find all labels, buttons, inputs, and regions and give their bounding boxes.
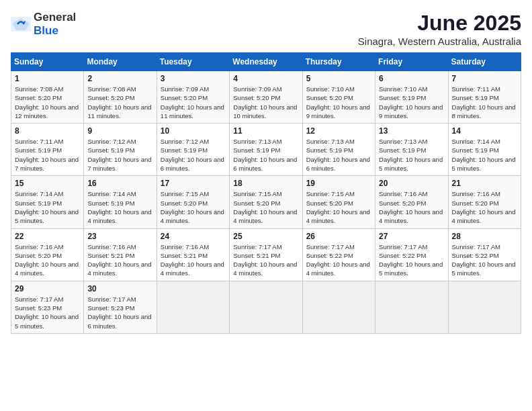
day-number: 11 xyxy=(233,126,298,136)
day-info: Sunrise: 7:11 AMSunset: 5:19 PMDaylight:… xyxy=(452,85,516,120)
col-sunday: Sunday xyxy=(11,53,84,71)
calendar-cell: 21 Sunrise: 7:16 AMSunset: 5:20 PMDaylig… xyxy=(448,176,521,228)
title-area: June 2025 Sinagra, Western Australia, Au… xyxy=(358,11,521,47)
calendar-cell: 14 Sunrise: 7:14 AMSunset: 5:19 PMDaylig… xyxy=(448,124,521,176)
day-number: 6 xyxy=(379,74,444,83)
day-number: 9 xyxy=(87,126,152,136)
calendar-cell xyxy=(302,281,375,333)
day-info: Sunrise: 7:14 AMSunset: 5:19 PMDaylight:… xyxy=(452,138,516,172)
calendar-cell: 17 Sunrise: 7:15 AMSunset: 5:20 PMDaylig… xyxy=(157,176,229,228)
day-info: Sunrise: 7:13 AMSunset: 5:19 PMDaylight:… xyxy=(233,138,297,172)
calendar-cell: 24 Sunrise: 7:16 AMSunset: 5:21 PMDaylig… xyxy=(157,228,229,281)
day-number: 28 xyxy=(452,232,517,241)
calendar-cell: 1 Sunrise: 7:08 AMSunset: 5:20 PMDayligh… xyxy=(11,71,84,124)
day-info: Sunrise: 7:13 AMSunset: 5:19 PMDaylight:… xyxy=(379,138,443,172)
day-number: 14 xyxy=(452,126,517,136)
calendar-cell: 29 Sunrise: 7:17 AMSunset: 5:23 PMDaylig… xyxy=(11,281,84,333)
logo: General Blue xyxy=(11,11,76,38)
day-info: Sunrise: 7:10 AMSunset: 5:20 PMDaylight:… xyxy=(306,85,370,120)
col-wednesday: Wednesday xyxy=(230,53,302,71)
day-number: 27 xyxy=(379,232,444,241)
day-info: Sunrise: 7:12 AMSunset: 5:19 PMDaylight:… xyxy=(87,138,151,172)
calendar-cell: 23 Sunrise: 7:16 AMSunset: 5:21 PMDaylig… xyxy=(84,228,157,281)
day-number: 8 xyxy=(15,126,80,136)
col-saturday: Saturday xyxy=(448,53,521,71)
calendar-cell xyxy=(157,281,229,333)
day-info: Sunrise: 7:14 AMSunset: 5:19 PMDaylight:… xyxy=(87,190,151,224)
calendar-cell: 4 Sunrise: 7:09 AMSunset: 5:20 PMDayligh… xyxy=(230,71,302,124)
calendar-cell: 13 Sunrise: 7:13 AMSunset: 5:19 PMDaylig… xyxy=(375,124,448,176)
calendar-cell: 16 Sunrise: 7:14 AMSunset: 5:19 PMDaylig… xyxy=(84,176,157,228)
calendar-cell: 30 Sunrise: 7:17 AMSunset: 5:23 PMDaylig… xyxy=(84,281,157,333)
calendar-cell: 9 Sunrise: 7:12 AMSunset: 5:19 PMDayligh… xyxy=(84,124,157,176)
calendar-week-2: 8 Sunrise: 7:11 AMSunset: 5:19 PMDayligh… xyxy=(11,124,521,176)
day-number: 29 xyxy=(15,284,80,293)
day-info: Sunrise: 7:13 AMSunset: 5:19 PMDaylight:… xyxy=(306,138,370,172)
calendar-week-1: 1 Sunrise: 7:08 AMSunset: 5:20 PMDayligh… xyxy=(11,71,521,124)
calendar-cell: 12 Sunrise: 7:13 AMSunset: 5:19 PMDaylig… xyxy=(302,124,375,176)
calendar-cell: 8 Sunrise: 7:11 AMSunset: 5:19 PMDayligh… xyxy=(11,124,84,176)
day-number: 12 xyxy=(306,126,371,136)
day-number: 26 xyxy=(306,232,371,241)
day-number: 5 xyxy=(306,74,371,83)
col-tuesday: Tuesday xyxy=(157,53,229,71)
calendar-cell: 27 Sunrise: 7:17 AMSunset: 5:22 PMDaylig… xyxy=(375,228,448,281)
day-number: 17 xyxy=(161,179,226,188)
calendar-cell: 6 Sunrise: 7:10 AMSunset: 5:19 PMDayligh… xyxy=(375,71,448,124)
calendar-week-5: 29 Sunrise: 7:17 AMSunset: 5:23 PMDaylig… xyxy=(11,281,521,333)
day-number: 19 xyxy=(306,179,371,188)
calendar-cell: 10 Sunrise: 7:12 AMSunset: 5:19 PMDaylig… xyxy=(157,124,229,176)
main-title: June 2025 xyxy=(358,11,521,36)
day-number: 24 xyxy=(161,232,226,241)
logo-general: General xyxy=(34,11,76,24)
calendar-cell: 28 Sunrise: 7:17 AMSunset: 5:22 PMDaylig… xyxy=(448,228,521,281)
day-info: Sunrise: 7:15 AMSunset: 5:20 PMDaylight:… xyxy=(161,190,224,224)
calendar-cell: 19 Sunrise: 7:15 AMSunset: 5:20 PMDaylig… xyxy=(302,176,375,228)
logo-icon xyxy=(11,17,31,32)
day-number: 1 xyxy=(15,74,80,83)
day-info: Sunrise: 7:12 AMSunset: 5:19 PMDaylight:… xyxy=(161,138,224,172)
calendar-cell: 3 Sunrise: 7:09 AMSunset: 5:20 PMDayligh… xyxy=(157,71,229,124)
calendar-cell: 7 Sunrise: 7:11 AMSunset: 5:19 PMDayligh… xyxy=(448,71,521,124)
calendar-cell: 15 Sunrise: 7:14 AMSunset: 5:19 PMDaylig… xyxy=(11,176,84,228)
day-info: Sunrise: 7:11 AMSunset: 5:19 PMDaylight:… xyxy=(15,138,79,172)
calendar-cell: 25 Sunrise: 7:17 AMSunset: 5:21 PMDaylig… xyxy=(230,228,302,281)
day-number: 25 xyxy=(233,232,298,241)
day-number: 30 xyxy=(87,284,152,293)
day-info: Sunrise: 7:17 AMSunset: 5:21 PMDaylight:… xyxy=(233,243,297,277)
day-number: 13 xyxy=(379,126,444,136)
logo-text: General Blue xyxy=(34,11,76,38)
day-info: Sunrise: 7:17 AMSunset: 5:22 PMDaylight:… xyxy=(306,243,370,277)
day-info: Sunrise: 7:09 AMSunset: 5:20 PMDaylight:… xyxy=(233,85,297,120)
col-monday: Monday xyxy=(84,53,157,71)
day-number: 15 xyxy=(15,179,80,188)
calendar-cell xyxy=(375,281,448,333)
day-info: Sunrise: 7:17 AMSunset: 5:22 PMDaylight:… xyxy=(452,243,516,277)
col-thursday: Thursday xyxy=(302,53,375,71)
day-number: 3 xyxy=(161,74,226,83)
day-info: Sunrise: 7:17 AMSunset: 5:23 PMDaylight:… xyxy=(15,295,79,330)
calendar-table: Sunday Monday Tuesday Wednesday Thursday… xyxy=(11,52,521,334)
calendar-week-3: 15 Sunrise: 7:14 AMSunset: 5:19 PMDaylig… xyxy=(11,176,521,228)
calendar-cell xyxy=(448,281,521,333)
calendar-cell: 2 Sunrise: 7:08 AMSunset: 5:20 PMDayligh… xyxy=(84,71,157,124)
day-info: Sunrise: 7:14 AMSunset: 5:19 PMDaylight:… xyxy=(15,190,79,224)
day-number: 21 xyxy=(452,179,517,188)
day-info: Sunrise: 7:15 AMSunset: 5:20 PMDaylight:… xyxy=(306,190,370,224)
calendar-cell: 22 Sunrise: 7:16 AMSunset: 5:20 PMDaylig… xyxy=(11,228,84,281)
calendar-cell: 5 Sunrise: 7:10 AMSunset: 5:20 PMDayligh… xyxy=(302,71,375,124)
day-number: 20 xyxy=(379,179,444,188)
day-info: Sunrise: 7:08 AMSunset: 5:20 PMDaylight:… xyxy=(15,85,79,120)
day-number: 16 xyxy=(87,179,152,188)
day-info: Sunrise: 7:16 AMSunset: 5:20 PMDaylight:… xyxy=(15,243,79,277)
day-number: 22 xyxy=(15,232,80,241)
day-info: Sunrise: 7:16 AMSunset: 5:21 PMDaylight:… xyxy=(161,243,224,277)
header-row: Sunday Monday Tuesday Wednesday Thursday… xyxy=(11,53,521,71)
calendar-cell: 18 Sunrise: 7:15 AMSunset: 5:20 PMDaylig… xyxy=(230,176,302,228)
calendar-header: Sunday Monday Tuesday Wednesday Thursday… xyxy=(11,53,521,71)
day-number: 4 xyxy=(233,74,298,83)
day-info: Sunrise: 7:17 AMSunset: 5:22 PMDaylight:… xyxy=(379,243,443,277)
day-info: Sunrise: 7:09 AMSunset: 5:20 PMDaylight:… xyxy=(161,85,224,120)
day-info: Sunrise: 7:16 AMSunset: 5:21 PMDaylight:… xyxy=(87,243,151,277)
calendar-cell: 20 Sunrise: 7:16 AMSunset: 5:20 PMDaylig… xyxy=(375,176,448,228)
